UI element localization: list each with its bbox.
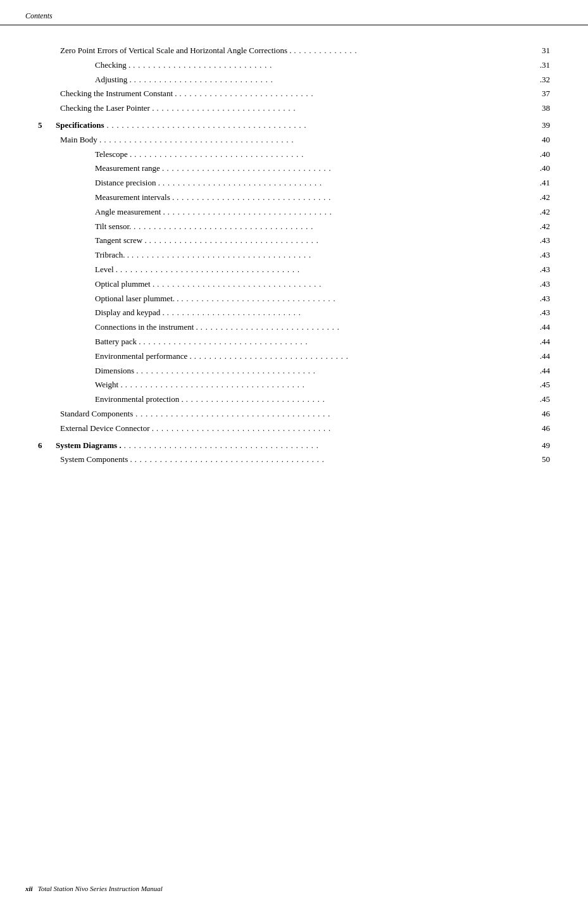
entry-dots: . . . . . . . . . . . . . . . . . . . . … xyxy=(160,177,531,189)
toc-entry-tilt-sensor: Tilt sensor.. . . . . . . . . . . . . . … xyxy=(38,220,550,234)
toc-entry-ch6: 6System Diagrams .. . . . . . . . . . . … xyxy=(38,439,550,453)
entry-dots: . . . . . . . . . . . . . . . . . . . . … xyxy=(198,321,531,334)
footer-page-number: xii xyxy=(25,885,33,892)
entry-label: Optional laser plummet. . xyxy=(95,292,179,306)
entry-dots: . . . . . . . . . . . . . . . . . . . . … xyxy=(165,206,531,218)
toc-entry-angle-measurement: Angle measurement .. . . . . . . . . . .… xyxy=(38,206,550,219)
entry-page: .40 xyxy=(531,162,550,175)
entry-dots: . . . . . . . . . . . . . . . . . . . . … xyxy=(154,103,531,115)
entry-label: System Diagrams . xyxy=(56,439,122,453)
entry-dots: . . . . . . . . . . . . . . . . . . . . … xyxy=(179,293,531,305)
entry-page: 39 xyxy=(531,119,550,132)
entry-label: Tangent screw . xyxy=(95,234,147,247)
entry-dots: . . . . . . . . . . . . . . . . . . . . … xyxy=(165,307,531,319)
entry-page: .42 xyxy=(531,191,550,204)
header-title: Contents xyxy=(25,11,53,20)
toc-entry-environmental-protection: Environmental protection .. . . . . . . … xyxy=(38,393,550,406)
toc-entry-distance-precision: Distance precision .. . . . . . . . . . … xyxy=(38,177,550,190)
entry-dots: . . . . . . . . . . . . . . . . . . . . … xyxy=(129,249,531,261)
entry-page: 50 xyxy=(531,453,550,466)
entry-label: Checking . xyxy=(95,59,130,72)
entry-page: .43 xyxy=(531,234,550,247)
entry-dots: . . . . . . . . . . . . . . . . . . . . … xyxy=(104,120,531,132)
entry-page: .44 xyxy=(531,321,550,334)
entry-dots: . . . . . . . . . . . . . . . . . . . . … xyxy=(133,408,531,420)
entry-page: .45 xyxy=(531,378,550,392)
entry-label: Telescope . xyxy=(95,148,132,161)
entry-label: Connections in the instrument . xyxy=(95,321,198,334)
toc-entry-checking: Checking .. . . . . . . . . . . . . . . … xyxy=(38,59,550,72)
entry-dots: . . . . . . . . . . . . . . . . . . . . … xyxy=(154,278,531,290)
toc-content: Zero Point Errors of Vertical Scale and … xyxy=(0,25,588,493)
entry-dots: . . . . . . . . . . . . . . . . . . . . … xyxy=(164,163,531,175)
footer-title: Total Station Nivo Series Instruction Ma… xyxy=(38,885,163,892)
entry-page: .42 xyxy=(531,220,550,234)
entry-label: Tribrach. . xyxy=(95,249,129,262)
toc-entry-weight: Weight .. . . . . . . . . . . . . . . . … xyxy=(38,378,550,392)
entry-page: .43 xyxy=(531,263,550,277)
entry-label: Checking the Laser Pointer . xyxy=(60,102,154,115)
entry-label: Environmental performance . xyxy=(95,350,192,363)
entry-dots: . . . . . . . . . . . . . . . . . . . . … xyxy=(174,192,531,204)
entry-page: .44 xyxy=(531,350,550,363)
entry-page: 46 xyxy=(531,422,550,435)
entry-dots: . . . . . . . . . . . . . . . . . . . . … xyxy=(130,59,531,72)
entry-label: Weight . xyxy=(95,378,123,392)
entry-page: 49 xyxy=(531,439,550,453)
entry-label: Angle measurement . xyxy=(95,206,165,219)
entry-page: .43 xyxy=(531,278,550,291)
entry-label: Main Body . xyxy=(60,134,101,147)
toc-entry-adjusting: Adjusting .. . . . . . . . . . . . . . .… xyxy=(38,73,550,87)
toc-entry-ch5: 5Specifications. . . . . . . . . . . . .… xyxy=(38,119,550,132)
entry-page: .40 xyxy=(531,148,550,161)
toc-entry-telescope: Telescope .. . . . . . . . . . . . . . .… xyxy=(38,148,550,161)
entry-dots: . . . . . . . . . . . . . . . . . . . . … xyxy=(131,221,531,233)
entry-dots: . . . . . . . . . . . . . . . . . . . . … xyxy=(154,423,531,435)
toc-list: Zero Point Errors of Vertical Scale and … xyxy=(38,44,550,466)
toc-entry-system-components: System Components .. . . . . . . . . . .… xyxy=(38,453,550,466)
entry-page: 40 xyxy=(531,134,550,147)
entry-label: Battery pack . xyxy=(95,335,141,349)
toc-entry-connections: Connections in the instrument .. . . . .… xyxy=(38,321,550,334)
entry-label: Optical plummet . xyxy=(95,278,154,291)
toc-entry-environmental-performance: Environmental performance .. . . . . . .… xyxy=(38,350,550,363)
entry-label: System Components . xyxy=(60,453,132,466)
toc-entry-display-keypad: Display and keypad .. . . . . . . . . . … xyxy=(38,306,550,320)
entry-dots: . . . . . . . . . . . . . . . . . . . . … xyxy=(177,88,531,100)
entry-label: Checking the Instrument Constant . xyxy=(60,87,177,101)
entry-label: Distance precision . xyxy=(95,177,160,190)
entry-dots: . . . . . . . . . . . . . . . . . . . . … xyxy=(132,149,531,161)
toc-entry-zero-point-errors: Zero Point Errors of Vertical Scale and … xyxy=(38,44,550,58)
entry-dots: . . . . . . . . . . . . . . . . . . . . … xyxy=(101,134,531,146)
entry-page: .44 xyxy=(531,335,550,349)
entry-label: Display and keypad . xyxy=(95,306,165,320)
chapter-num: 6 xyxy=(38,439,56,453)
entry-dots: . . . . . . . . . . . . . . . . . . . . … xyxy=(192,351,531,363)
entry-label: Measurement intervals . xyxy=(95,191,174,204)
toc-entry-optional-laser: Optional laser plummet. .. . . . . . . .… xyxy=(38,292,550,306)
entry-dots: . . . . . . . . . . . . . . . . . . . . … xyxy=(132,74,531,86)
page-footer: xii Total Station Nivo Series Instructio… xyxy=(25,885,563,892)
toc-entry-tribrach: Tribrach. .. . . . . . . . . . . . . . .… xyxy=(38,249,550,262)
page-header: Contents xyxy=(0,0,588,25)
entry-dots: . . . . . . . . . . . . . . . . . . . . … xyxy=(141,336,531,348)
entry-page: 31 xyxy=(531,44,550,58)
entry-dots: . . . . . . . . . . . . . . . . . . . . … xyxy=(123,379,531,391)
entry-page: 38 xyxy=(531,102,550,115)
entry-dots: . . . . . . . . . . . . . . . . . . . . … xyxy=(184,394,531,406)
entry-label: Specifications xyxy=(56,119,104,132)
entry-page: .45 xyxy=(531,393,550,406)
toc-entry-measurement-range: Measurement range .. . . . . . . . . . .… xyxy=(38,162,550,175)
entry-dots: . . . . . . . . . . . . . xyxy=(291,45,531,57)
entry-label: Tilt sensor. xyxy=(95,220,131,234)
toc-entry-dimensions: Dimensions .. . . . . . . . . . . . . . … xyxy=(38,365,550,378)
entry-page: .44 xyxy=(531,365,550,378)
entry-page: .43 xyxy=(531,306,550,320)
entry-page: 46 xyxy=(531,408,550,421)
entry-page: .43 xyxy=(531,292,550,306)
entry-label: Standard Components xyxy=(60,408,133,421)
entry-label: External Device Connector . xyxy=(60,422,154,435)
entry-label: Adjusting . xyxy=(95,73,132,87)
entry-label: Level . xyxy=(95,263,118,277)
entry-label: Measurement range . xyxy=(95,162,164,175)
